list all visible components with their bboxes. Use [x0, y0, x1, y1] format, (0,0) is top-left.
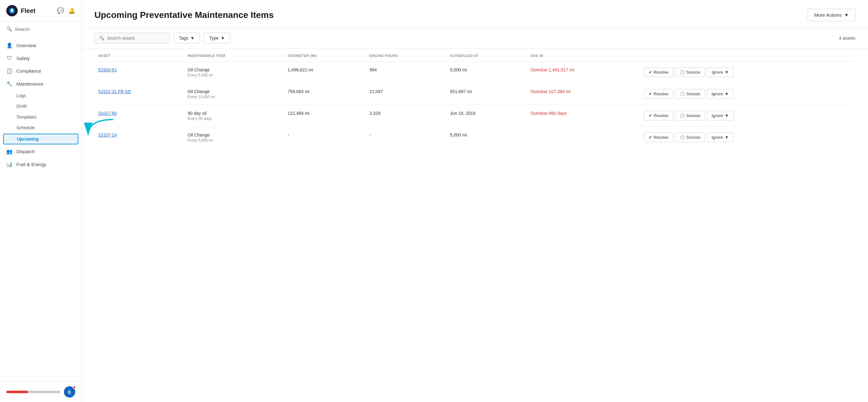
sub-item-label: Schedule [17, 125, 35, 130]
sidebar-item-label: Maintenance [17, 81, 43, 87]
search-icon: 🔍 [99, 36, 104, 41]
clock-icon: 🕐 [680, 113, 685, 118]
maintenance-freq: Every 90 days [188, 116, 280, 121]
table-row: 51522-31 FB SD Oil Change Every 10,000 m… [94, 83, 856, 105]
chat-icon[interactable]: 💬 [57, 7, 64, 14]
snooze-button[interactable]: 🕐 Snooze [675, 89, 705, 99]
snooze-button[interactable]: 🕐 Snooze [675, 67, 705, 77]
odometer-cell: 759,083 mi [284, 83, 366, 105]
resolve-label: Resolve [654, 113, 669, 118]
sidebar-item-label: Compliance [17, 68, 41, 74]
sidebar-item-label: Dispatch [17, 149, 35, 154]
odometer-cell: 122,469 mi [284, 105, 366, 127]
clock-icon: 🕐 [680, 70, 685, 74]
scheduled-at-cell: Jun 19, 2018 [446, 105, 527, 127]
action-buttons: ✔ Resolve 🕐 Snooze Ignore ▼ [644, 67, 851, 77]
sidebar-item-maintenance[interactable]: 🔧 Maintenance [0, 77, 82, 90]
ignore-button[interactable]: Ignore ▼ [707, 89, 734, 99]
scheduled-at-cell: 651,697 mi [446, 83, 527, 105]
sidebar-item-fuel-energy[interactable]: 📊 Fuel & Energy [0, 158, 82, 171]
search-nav-item[interactable]: 🔍 Search [0, 22, 82, 36]
col-scheduled-at: SCHEDULED AT [446, 49, 527, 62]
action-buttons-cell: ✔ Resolve 🕐 Snooze Ignore ▼ [640, 62, 856, 83]
avatar[interactable]: E [64, 386, 75, 398]
asset-link[interactable]: 10107-24 [98, 132, 117, 137]
asset-cell: 51933-61 [94, 62, 184, 83]
table-container: ASSET MAINTENANCE ITEM ODOMETER (MI) ENG… [82, 49, 868, 402]
table-row: 31027-80 90 day oil Every 90 days 122,46… [94, 105, 856, 127]
type-filter-button[interactable]: Type ▼ [204, 33, 230, 43]
bell-icon[interactable]: 🔔 [68, 7, 75, 14]
header-icon-group: 💬 🔔 [57, 7, 75, 14]
scheduled-at-cell: 5,000 mi [446, 62, 527, 83]
maintenance-icon: 🔧 [6, 81, 12, 87]
maintenance-freq: Every 5,000 mi [188, 138, 280, 142]
due-in-cell: Overdue 660 days [527, 105, 640, 127]
sub-item-label: Upcoming [17, 136, 38, 141]
ignore-label: Ignore [712, 113, 723, 118]
clock-icon: 🕐 [680, 135, 685, 140]
engine-hours-cell: 21,097 [366, 83, 446, 105]
sidebar-sub-item-logs[interactable]: Logs [0, 90, 82, 101]
sidebar-sub-item-schedule[interactable]: Schedule [0, 122, 82, 133]
ignore-button[interactable]: Ignore ▼ [707, 132, 734, 142]
checkmark-icon: ✔ [649, 92, 652, 96]
resolve-button[interactable]: ✔ Resolve [644, 111, 673, 121]
more-actions-label: More Actions [814, 12, 842, 18]
search-label: Search [15, 26, 30, 32]
asset-cell: 51522-31 FB SD [94, 83, 184, 105]
maintenance-name: 90 day oil [188, 111, 280, 116]
asset-link[interactable]: 51522-31 FB SD [98, 89, 131, 94]
app-logo[interactable] [6, 5, 18, 16]
asset-cell: 31027-80 [94, 105, 184, 127]
sidebar-sub-item-dvir[interactable]: DVIR [0, 101, 82, 112]
resolve-button[interactable]: ✔ Resolve [644, 67, 673, 77]
page-title: Upcoming Preventative Maintenance Items [94, 10, 274, 20]
asset-link[interactable]: 31027-80 [98, 111, 117, 116]
engine-hours-cell: 3,329 [366, 105, 446, 127]
sidebar-item-compliance[interactable]: 📋 Compliance [0, 65, 82, 77]
type-chevron-icon: ▼ [221, 36, 225, 41]
sidebar-item-safety[interactable]: 🛡 Safety [0, 52, 82, 65]
action-buttons-cell: ✔ Resolve 🕐 Snooze Ignore ▼ [640, 105, 856, 127]
resolve-button[interactable]: ✔ Resolve [644, 89, 673, 99]
main-content: Upcoming Preventative Maintenance Items … [82, 0, 868, 402]
toolbar: 🔍 Tags ▼ Type ▼ 4 assets [82, 28, 868, 49]
odometer-cell: - [284, 127, 366, 148]
search-icon: 🔍 [6, 26, 12, 32]
col-actions [640, 49, 856, 62]
resolve-label: Resolve [654, 92, 669, 96]
asset-link[interactable]: 51933-61 [98, 67, 117, 72]
search-assets-input[interactable] [107, 36, 165, 41]
tags-filter-button[interactable]: Tags ▼ [174, 33, 200, 43]
sub-item-label: DVIR [17, 104, 27, 109]
maintenance-item-cell: 90 day oil Every 90 days [184, 105, 284, 127]
col-odometer: ODOMETER (MI) [284, 49, 366, 62]
ignore-button[interactable]: Ignore ▼ [707, 67, 734, 77]
sidebar-sub-item-upcoming[interactable]: Upcoming [3, 134, 79, 144]
checkmark-icon: ✔ [649, 113, 652, 118]
snooze-button[interactable]: 🕐 Snooze [675, 111, 705, 121]
sidebar-sub-item-templates[interactable]: Templates [0, 112, 82, 122]
ignore-button[interactable]: Ignore ▼ [707, 111, 734, 121]
ignore-chevron-icon: ▼ [725, 113, 729, 118]
action-buttons: ✔ Resolve 🕐 Snooze Ignore ▼ [644, 111, 851, 121]
snooze-button[interactable]: 🕐 Snooze [675, 132, 705, 142]
resolve-button[interactable]: ✔ Resolve [644, 132, 673, 142]
sidebar-item-dispatch[interactable]: 👥 Dispatch [0, 145, 82, 158]
notification-badge [73, 386, 76, 389]
engine-hours-cell: - [366, 127, 446, 148]
checkmark-icon: ✔ [649, 70, 652, 74]
sidebar-item-overview[interactable]: 👤 Overview [0, 39, 82, 52]
progress-bar [6, 391, 60, 393]
search-assets-wrapper[interactable]: 🔍 [94, 33, 170, 43]
more-actions-button[interactable]: More Actions ▼ [808, 9, 856, 21]
engine-hours-cell: 994 [366, 62, 446, 83]
table-row: 10107-24 Oil Change Every 5,000 mi - - 5… [94, 127, 856, 148]
resolve-label: Resolve [654, 70, 669, 74]
sidebar-header: Fleet 💬 🔔 [0, 0, 82, 22]
safety-icon: 🛡 [6, 55, 12, 61]
col-maintenance-item: MAINTENANCE ITEM [184, 49, 284, 62]
ignore-chevron-icon: ▼ [725, 135, 729, 140]
maintenance-freq: Every 5,000 mi [188, 73, 280, 77]
